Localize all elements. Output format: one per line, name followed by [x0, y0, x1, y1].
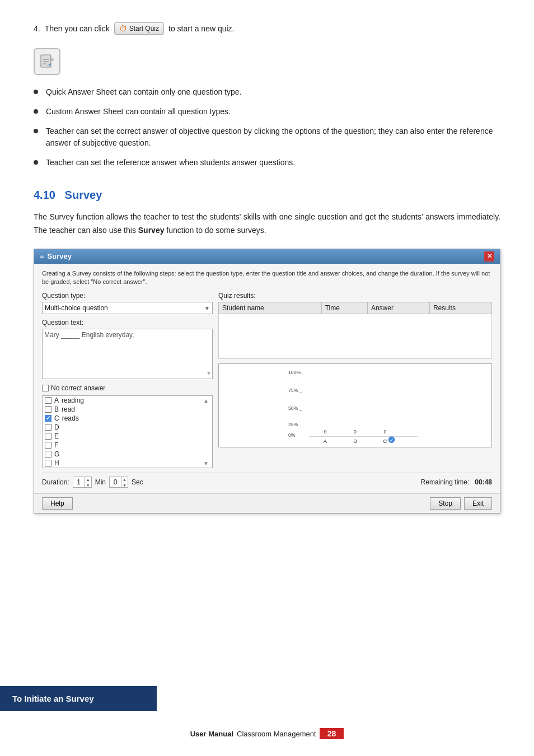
list-item: Teacher can set the reference answer whe… — [34, 157, 500, 169]
answer-H-letter: H — [54, 459, 59, 467]
answer-C-text: reads — [62, 414, 79, 422]
answer-item-C: ✓ C reads — [43, 414, 212, 423]
answer-G-letter: G — [54, 450, 59, 458]
bottom-banner: To Initiate an Survey — [0, 686, 534, 711]
bullet-dot — [34, 129, 38, 133]
start-quiz-label: Start Quiz — [129, 25, 159, 32]
no-correct-answer-row: No correct answer — [42, 384, 213, 392]
bullet-text: Teacher can set the reference answer whe… — [46, 157, 295, 169]
duration-min-unit: Min — [95, 478, 106, 486]
answers-list: A reading ▲ B read ✓ — [42, 395, 213, 468]
answer-item-G: G — [43, 450, 212, 459]
answer-A-letter: A — [54, 396, 59, 404]
x-label-A: A — [324, 438, 327, 444]
scroll-down-icon-answers: ▼ — [203, 460, 210, 466]
bar-A-value: 0 — [324, 429, 327, 435]
answer-F-letter: F — [54, 441, 58, 449]
answer-C-letter: C — [54, 414, 59, 422]
bullet-text: Custom Answer Sheet can contain all ques… — [46, 106, 231, 118]
help-button[interactable]: Help — [42, 497, 73, 510]
step-text-before: Then you can click — [45, 24, 110, 33]
no-correct-checkbox[interactable] — [42, 385, 49, 391]
bar-chart: 100% _ 75% _ 50% _ 25% _ 0% 0 A — [222, 367, 488, 444]
duration-sec-up[interactable]: ▲ — [121, 477, 128, 483]
answer-E-checkbox[interactable] — [45, 433, 51, 440]
question-text-area[interactable] — [42, 329, 213, 379]
dialog-close-button[interactable]: ✕ — [484, 251, 494, 262]
x-label-C: C — [383, 438, 387, 444]
duration-min-down[interactable]: ▼ — [85, 483, 91, 488]
bullet-dot — [34, 160, 38, 165]
x-label-B: B — [353, 438, 357, 444]
page-number: 28 — [320, 728, 344, 739]
dialog-right-panel: Quiz results: Student name Time Answer R… — [218, 292, 492, 468]
table-header-answer: Answer — [367, 302, 429, 314]
table-header-student: Student name — [219, 302, 322, 314]
remaining-time-row: Remaining time: 00:48 — [421, 478, 492, 486]
dialog-main: Question type: Multi-choice question ▼ Q… — [42, 292, 492, 468]
scroll-up-icon-answers: ▲ — [203, 398, 210, 404]
duration-min-arrows[interactable]: ▲ ▼ — [85, 477, 91, 487]
bullet-list: Quick Answer Sheet can contain only one … — [34, 86, 500, 169]
y-label-75: 75% _ — [288, 388, 302, 393]
y-label-50: 50% _ — [288, 405, 302, 411]
answer-H-checkbox[interactable] — [45, 460, 51, 466]
answer-E-letter: E — [54, 432, 59, 440]
exit-button[interactable]: Exit — [464, 497, 492, 510]
answer-D-checkbox[interactable] — [45, 424, 51, 431]
table-header-time: Time — [321, 302, 367, 314]
remaining-time-value: 00:48 — [475, 478, 492, 486]
y-label-25: 25% _ — [288, 422, 302, 427]
answer-C-checkbox[interactable]: ✓ — [45, 415, 51, 422]
list-item: Teacher can set the correct answer of ob… — [34, 125, 500, 149]
answer-item-B: B read — [43, 405, 212, 414]
answer-item-H: H ▼ — [43, 459, 212, 468]
question-text-label: Question text: — [42, 319, 213, 326]
duration-label: Duration: — [42, 478, 69, 486]
dialog-titlebar-left: ≡ Survey — [40, 252, 72, 260]
duration-sec-down[interactable]: ▼ — [121, 483, 128, 488]
scroll-down-icon: ▼ — [206, 370, 212, 376]
dialog-title: Survey — [48, 252, 72, 260]
dialog-info-text: Creating a Survey consists of the follow… — [42, 269, 492, 287]
answer-G-checkbox[interactable] — [45, 451, 51, 458]
duration-sec-unit: Sec — [132, 478, 143, 486]
list-item: Custom Answer Sheet can contain all ques… — [34, 106, 500, 118]
duration-sec-arrows[interactable]: ▲ ▼ — [121, 477, 128, 487]
table-row-empty — [219, 314, 492, 359]
question-type-select[interactable]: Multi-choice question ▼ — [42, 302, 213, 314]
answer-A-text: reading — [62, 396, 84, 404]
start-quiz-icon: ⏱ — [119, 24, 127, 33]
y-label-100: 100% _ — [288, 370, 305, 375]
bullet-dot — [34, 90, 38, 94]
no-correct-label: No correct answer — [51, 384, 105, 392]
answer-item-F: F — [43, 441, 212, 450]
dialog-icon: ≡ — [40, 252, 44, 260]
chart-area: 100% _ 75% _ 50% _ 25% _ 0% 0 A — [218, 363, 492, 447]
duration-sec-input[interactable]: 0 ▲ ▼ — [109, 477, 128, 488]
duration-min-value: 1 — [73, 478, 85, 486]
answer-D-letter: D — [54, 423, 59, 431]
quiz-results-label: Quiz results: — [218, 292, 492, 300]
stop-button[interactable]: Stop — [430, 497, 461, 510]
duration-min-up[interactable]: ▲ — [85, 477, 91, 483]
quiz-results-table: Student name Time Answer Results — [218, 302, 492, 359]
start-quiz-button[interactable]: ⏱ Start Quiz — [114, 22, 164, 35]
answer-B-text: read — [62, 405, 75, 413]
bullet-dot — [34, 109, 38, 114]
y-label-0: 0% — [288, 433, 296, 438]
answer-B-checkbox[interactable] — [45, 406, 51, 413]
step-text-after: to start a new quiz. — [168, 24, 235, 33]
answer-item-E: E — [43, 432, 212, 441]
page-footer: User Manual Classroom Management 28 — [0, 728, 534, 739]
footer-text2: Classroom Management — [237, 730, 316, 738]
answer-A-checkbox[interactable] — [45, 397, 51, 404]
footer-text1: User Manual — [190, 730, 233, 738]
answer-F-checkbox[interactable] — [45, 442, 51, 449]
remaining-time-label: Remaining time: — [421, 478, 470, 486]
table-header-results: Results — [429, 302, 491, 314]
answer-item-A: A reading ▲ — [43, 396, 212, 405]
bar-B-value: 0 — [354, 429, 357, 435]
duration-min-input[interactable]: 1 ▲ ▼ — [73, 477, 92, 488]
bar-C-value: 0 — [383, 429, 386, 435]
